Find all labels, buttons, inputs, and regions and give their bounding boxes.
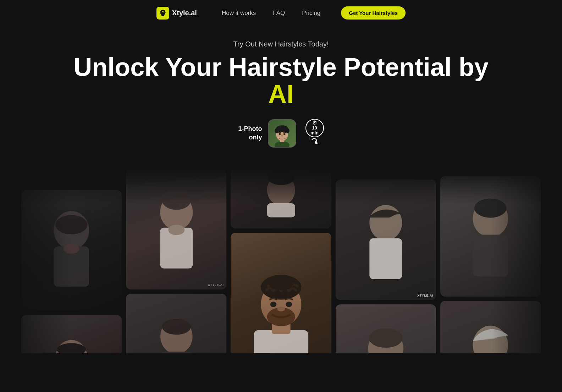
person-silhouette	[346, 316, 426, 353]
grid-column-5	[440, 176, 541, 353]
time-circle: ⏱ 10 min	[305, 119, 324, 137]
svg-rect-24	[160, 352, 192, 353]
svg-point-19	[161, 189, 191, 210]
person-silhouette	[136, 306, 217, 353]
curved-arrow-icon: ↷	[308, 135, 321, 149]
grid-photo-7: XTYLE.AI XTYLE.AI	[336, 180, 436, 300]
grid-column-3: XTYLE.AI	[231, 169, 331, 353]
svg-point-9	[279, 133, 281, 135]
svg-point-23	[162, 319, 191, 335]
grid-photo-5	[231, 169, 331, 228]
person-silhouette	[241, 169, 321, 221]
hero-title-line1: Unlock Your Hairstyle Potential by	[73, 53, 489, 81]
svg-rect-27	[267, 203, 295, 217]
time-badge: ⏱ 10 min ↷	[305, 119, 324, 148]
nav-pricing[interactable]: Pricing	[302, 10, 320, 17]
svg-rect-49	[473, 235, 508, 277]
svg-point-35	[286, 302, 292, 307]
svg-point-10	[283, 133, 285, 135]
hero-subtitle: Try Out New Hairstyles Today!	[21, 40, 541, 48]
grid-photo-8	[336, 304, 436, 353]
svg-point-21	[168, 225, 184, 235]
sample-photo-thumbnail	[268, 119, 296, 148]
clock-icon: ⏱	[312, 121, 317, 126]
grid-column-1	[21, 190, 122, 353]
nav-links: How it works FAQ Pricing Get Your Hairst…	[222, 6, 406, 20]
logo-icon	[156, 7, 169, 20]
hero-title-ai: AI	[268, 80, 294, 108]
svg-point-36	[277, 307, 285, 311]
person-silhouette-main	[241, 248, 321, 353]
watermark-4: XTYLE.AI	[417, 294, 433, 297]
grid-column-2: XTYLE.AI	[126, 169, 226, 353]
svg-point-7	[277, 126, 282, 130]
person-silhouette	[31, 202, 112, 299]
person-silhouette	[31, 327, 112, 353]
navbar: Xtyle.ai How it works FAQ Pricing Get Yo…	[0, 0, 562, 26]
svg-rect-41	[369, 238, 402, 279]
hairstyle-grid: XTYLE.AI	[0, 169, 562, 353]
grid-photo-4	[126, 294, 226, 353]
person-silhouette	[346, 192, 426, 288]
watermark: XTYLE.AI	[208, 283, 224, 287]
grid-photo-10	[440, 176, 541, 297]
logo[interactable]: Xtyle.ai	[156, 7, 197, 20]
svg-point-48	[474, 199, 507, 218]
svg-point-43	[369, 328, 403, 348]
grid-photo-11	[440, 301, 541, 353]
person-silhouette	[450, 188, 531, 285]
svg-point-26	[268, 171, 294, 185]
hero-title: Unlock Your Hairstyle Potential by AI	[21, 54, 541, 107]
person-silhouette	[136, 181, 217, 277]
grid-photo-center-main: XTYLE.AI	[231, 233, 331, 353]
svg-point-8	[282, 126, 286, 130]
svg-point-14	[64, 244, 79, 254]
svg-point-12	[55, 215, 88, 234]
grid-photo-3: XTYLE.AI	[126, 169, 226, 289]
grid-photo-1	[21, 190, 122, 311]
logo-text: Xtyle.ai	[172, 9, 197, 17]
photo-grid-container: XTYLE.AI	[0, 169, 562, 353]
svg-point-34	[270, 302, 276, 307]
nav-how-it-works[interactable]: How it works	[222, 10, 256, 17]
hero-section: Try Out New Hairstyles Today! Unlock You…	[0, 26, 562, 155]
face-illustration	[269, 120, 296, 147]
grid-photo-2	[21, 315, 122, 353]
grid-column-4: XTYLE.AI XTYLE.AI	[336, 180, 436, 353]
photo-demo-section: 1-Photo only	[21, 119, 541, 148]
person-silhouette	[450, 313, 531, 353]
svg-point-33	[269, 275, 293, 291]
nav-faq[interactable]: FAQ	[273, 10, 285, 17]
nav-get-hairstyles[interactable]: Get Your Hairstyles	[341, 6, 406, 20]
photo-label: 1-Photo only	[238, 125, 262, 142]
